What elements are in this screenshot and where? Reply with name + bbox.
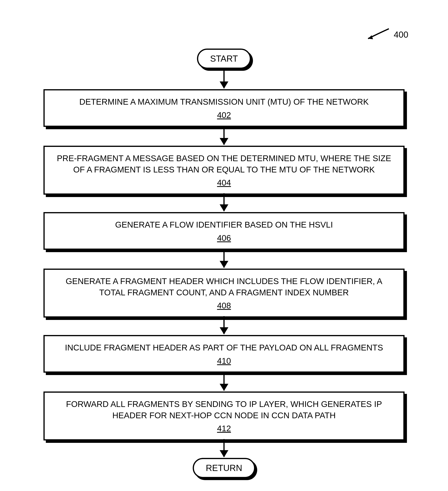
step-ref: 404 [55, 177, 393, 189]
figure-label: 400 [364, 28, 408, 42]
arrow-icon [224, 250, 224, 268]
process-step-406: GENERATE A FLOW IDENTIFIER BASED ON THE … [43, 212, 405, 250]
svg-marker-0 [368, 35, 373, 39]
step-ref: 412 [55, 423, 393, 434]
process-step-408: GENERATE A FRAGMENT HEADER WHICH INCLUDE… [43, 269, 405, 318]
arrow-icon [224, 70, 224, 88]
step-text: GENERATE A FRAGMENT HEADER WHICH INCLUDE… [55, 276, 393, 298]
step-text: GENERATE A FLOW IDENTIFIER BASED ON THE … [55, 219, 393, 231]
step-text: INCLUDE FRAGMENT HEADER AS PART OF THE P… [55, 342, 393, 353]
arrow-icon [224, 193, 224, 211]
return-label: RETURN [206, 463, 242, 473]
figure-arrow-icon [364, 28, 390, 42]
arrow-icon [224, 316, 224, 334]
arrow-icon [224, 373, 224, 390]
process-step-404: PRE-FRAGMENT A MESSAGE BASED ON THE DETE… [43, 146, 405, 195]
return-terminator: RETURN [193, 458, 255, 478]
arrow-icon [224, 439, 224, 457]
step-ref: 402 [55, 110, 393, 121]
figure-number: 400 [394, 30, 408, 40]
step-ref: 410 [55, 355, 393, 367]
process-step-412: FORWARD ALL FRAGMENTS BY SENDING TO IP L… [43, 391, 405, 440]
step-text: FORWARD ALL FRAGMENTS BY SENDING TO IP L… [55, 399, 393, 421]
start-terminator: START [197, 48, 251, 69]
step-ref: 406 [55, 233, 393, 244]
process-step-410: INCLUDE FRAGMENT HEADER AS PART OF THE P… [43, 335, 405, 373]
step-ref: 408 [55, 300, 393, 312]
process-step-402: DETERMINE A MAXIMUM TRANSMISSION UNIT (M… [43, 89, 405, 127]
start-label: START [210, 54, 238, 63]
step-text: PRE-FRAGMENT A MESSAGE BASED ON THE DETE… [55, 153, 393, 175]
arrow-icon [224, 127, 224, 145]
step-text: DETERMINE A MAXIMUM TRANSMISSION UNIT (M… [55, 96, 393, 108]
